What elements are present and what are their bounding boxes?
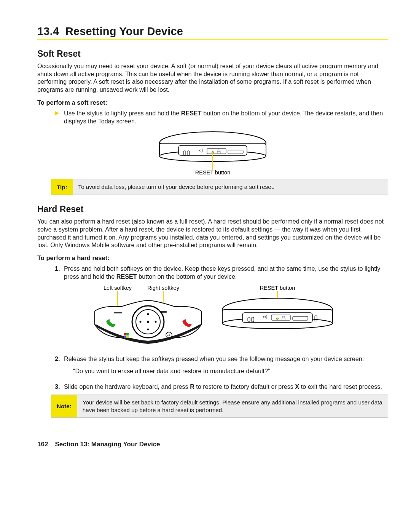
footer-section-label: Section 13: Managing Your Device <box>55 441 160 448</box>
section-title-text: Resetting Your Device <box>65 25 183 37</box>
svg-rect-29 <box>126 336 129 338</box>
reset-button-caption: RESET button <box>260 285 295 291</box>
device-bottom-view-illustration: RESET button <box>158 129 268 176</box>
svg-point-40 <box>263 316 264 318</box>
svg-point-24 <box>140 321 142 323</box>
section-title: 13.4 Resetting Your Device <box>37 25 388 40</box>
list-item: 2. Release the stylus but keep the softk… <box>55 355 388 379</box>
list-item: ▶ Use the stylus to lightly press and ho… <box>55 109 388 125</box>
svg-rect-27 <box>126 333 129 335</box>
svg-rect-26 <box>124 333 126 335</box>
svg-rect-37 <box>242 313 312 323</box>
soft-reset-figure: RESET button <box>37 129 388 176</box>
device-front-controls-illustration: Left softkey Right softkey <box>91 284 205 349</box>
tip-callout: Tip: To avoid data loss, please turn off… <box>51 179 388 195</box>
right-softkey-caption: Right softkey <box>147 285 180 291</box>
svg-point-22 <box>147 313 149 315</box>
reset-button-caption: RESET button <box>195 169 230 174</box>
svg-text:ok: ok <box>167 334 171 337</box>
note-callout: Note: Your device will be set back to fa… <box>51 395 388 418</box>
hard-reset-heading: Hard Reset <box>37 204 388 214</box>
step-number: 2. <box>55 355 64 379</box>
svg-point-23 <box>147 328 149 330</box>
svg-point-21 <box>147 321 149 323</box>
svg-rect-28 <box>124 336 126 338</box>
hard-reset-procedure-head: To perform a hard reset: <box>37 254 388 262</box>
section-number: 13.4 <box>37 25 59 37</box>
list-item: 1. Press and hold both softkeys on the d… <box>55 265 388 280</box>
note-body: Your device will be set back to factory … <box>77 395 388 418</box>
tip-body: To avoid data loss, please turn off your… <box>73 179 388 195</box>
svg-point-12 <box>212 152 213 154</box>
svg-point-6 <box>199 150 200 151</box>
svg-point-25 <box>155 321 157 323</box>
hard-reset-step2: Release the stylus but keep the softkeys… <box>64 355 388 379</box>
svg-rect-17 <box>114 312 122 313</box>
device-bottom-view-illustration: RESET button <box>220 284 335 349</box>
step-number: 3. <box>55 383 64 391</box>
hard-reset-step3: Slide open the hardware keyboard, and pr… <box>64 383 388 391</box>
soft-reset-steps: ▶ Use the stylus to lightly press and ho… <box>37 109 388 125</box>
hard-reset-steps-cont: 2. Release the stylus but keep the softk… <box>37 355 388 391</box>
step-number: 1. <box>55 265 64 280</box>
soft-reset-body: Occasionally you may need to reset your … <box>37 62 388 94</box>
left-softkey-caption: Left softkey <box>104 285 132 291</box>
page-footer: 162 Section 13: Managing Your Device <box>37 441 388 448</box>
soft-reset-heading: Soft Reset <box>37 49 388 59</box>
hard-reset-body: You can also perform a hard reset (also … <box>37 217 388 249</box>
hard-reset-figure: Left softkey Right softkey <box>37 284 388 349</box>
svg-point-42 <box>277 318 279 320</box>
hard-reset-quote: “Do you want to erase all user data and … <box>64 367 388 375</box>
soft-reset-procedure-head: To perform a soft reset: <box>37 99 388 106</box>
note-label: Note: <box>51 395 77 418</box>
tip-label: Tip: <box>51 179 73 195</box>
hard-reset-step1: Press and hold both softkeys on the devi… <box>64 265 388 280</box>
soft-reset-step1: Use the stylus to lightly press and hold… <box>64 109 388 125</box>
hard-reset-steps: 1. Press and hold both softkeys on the d… <box>37 265 388 280</box>
list-item: 3. Slide open the hardware keyboard, and… <box>55 383 388 391</box>
page-number: 162 <box>37 441 48 448</box>
bullet-arrow-icon: ▶ <box>55 109 64 125</box>
